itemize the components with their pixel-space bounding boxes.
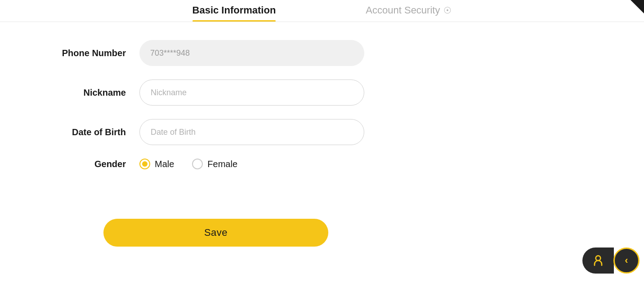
support-icon [591,253,605,268]
shield-icon: ☉ [443,5,452,16]
tab-basic-info-label: Basic Information [192,4,276,16]
tab-account-security[interactable]: Account Security ☉ [366,4,452,22]
date-of-birth-row: Date of Birth [36,119,369,145]
gender-options: Male Female [139,159,237,169]
save-button[interactable]: Save [103,219,328,247]
tab-account-security-label: Account Security [366,4,440,16]
gender-male-option[interactable]: Male [139,159,174,169]
tab-active-underline [192,20,276,22]
radio-male-inner [142,161,148,167]
radio-male-outer [139,159,150,169]
tab-basic-info[interactable]: Basic Information [192,4,276,22]
tab-bar: Basic Information Account Security ☉ [0,0,644,22]
phone-number-label: Phone Number [36,48,126,58]
nickname-label: Nickname [36,88,126,98]
floating-buttons: ‹ [582,248,640,274]
save-button-row: Save [0,219,644,247]
gender-female-label: Female [207,159,237,169]
date-of-birth-label: Date of Birth [36,127,126,137]
svg-point-0 [596,256,601,261]
support-button[interactable] [582,248,614,274]
gender-male-label: Male [155,159,174,169]
phone-number-input[interactable] [139,40,364,66]
nickname-row: Nickname [36,80,369,106]
gender-row: Gender Male Female [36,159,369,169]
date-of-birth-input[interactable] [139,119,364,145]
collapse-button[interactable]: ‹ [613,248,640,274]
form-container: Phone Number Nickname Date of Birth Gend… [0,22,405,201]
phone-number-row: Phone Number [36,40,369,66]
nickname-input[interactable] [139,80,364,106]
gender-label: Gender [36,159,126,169]
gender-female-option[interactable]: Female [192,159,237,169]
chevron-left-icon: ‹ [625,255,628,266]
radio-female-outer [192,159,203,169]
